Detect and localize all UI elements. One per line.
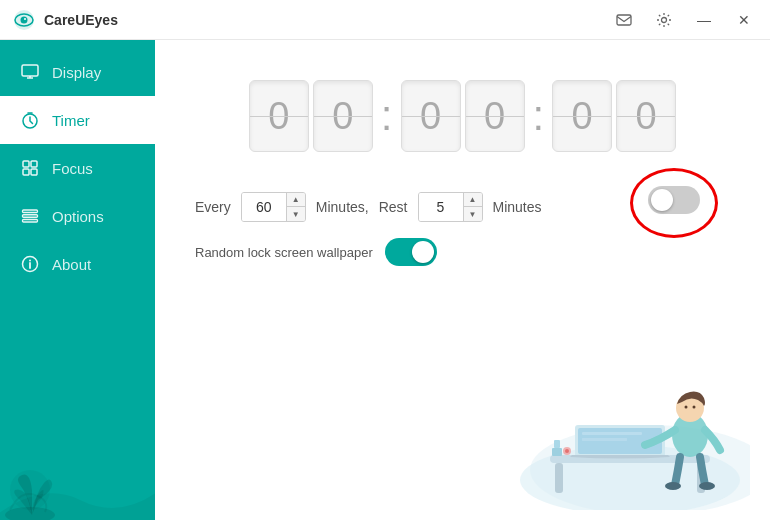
random-lock-knob bbox=[412, 241, 434, 263]
app-logo bbox=[12, 8, 36, 32]
svg-rect-10 bbox=[23, 169, 29, 175]
title-bar-left: CareUEyes bbox=[12, 8, 610, 32]
title-bar: CareUEyes — ✕ bbox=[0, 0, 770, 40]
sidebar-item-options[interactable]: Options bbox=[0, 192, 155, 240]
svg-rect-6 bbox=[22, 65, 38, 76]
sidebar-item-timer[interactable]: Timer bbox=[0, 96, 155, 144]
timer-display: 0 0 : 0 0 : 0 0 bbox=[195, 80, 730, 152]
timer-toggle[interactable] bbox=[648, 186, 700, 214]
digit-h1: 0 bbox=[249, 80, 309, 152]
sidebar-item-display[interactable]: Display bbox=[0, 48, 155, 96]
sidebar-options-label: Options bbox=[52, 208, 104, 225]
random-lock-toggle[interactable] bbox=[385, 238, 437, 266]
every-input[interactable] bbox=[242, 193, 286, 221]
digit-s2: 0 bbox=[616, 80, 676, 152]
svg-rect-13 bbox=[23, 215, 38, 218]
sidebar-about-label: About bbox=[52, 256, 91, 273]
rest-down-button[interactable]: ▼ bbox=[464, 207, 482, 221]
digit-s1: 0 bbox=[552, 80, 612, 152]
rest-up-button[interactable]: ▲ bbox=[464, 193, 482, 207]
email-icon bbox=[616, 12, 632, 28]
svg-rect-25 bbox=[582, 432, 642, 435]
svg-rect-4 bbox=[617, 15, 631, 25]
minutes-label-1: Minutes, bbox=[316, 199, 369, 215]
options-icon bbox=[20, 206, 40, 226]
svg-rect-33 bbox=[552, 448, 562, 456]
sidebar: Display Timer Focus bbox=[0, 40, 155, 520]
every-input-wrapper: ▲ ▼ bbox=[241, 192, 306, 222]
hours-group: 0 0 bbox=[249, 80, 373, 152]
svg-point-5 bbox=[662, 17, 667, 22]
main-layout: Display Timer Focus bbox=[0, 40, 770, 520]
sidebar-display-label: Display bbox=[52, 64, 101, 81]
svg-rect-12 bbox=[23, 210, 38, 213]
svg-point-30 bbox=[693, 406, 696, 409]
rest-label: Rest bbox=[379, 199, 408, 215]
svg-point-3 bbox=[24, 18, 26, 20]
svg-point-2 bbox=[21, 16, 28, 23]
minimize-icon: — bbox=[697, 12, 711, 28]
timer-toggle-wrapper bbox=[648, 186, 700, 214]
gear-icon bbox=[656, 12, 672, 28]
digit-m1: 0 bbox=[401, 80, 461, 152]
sidebar-item-about[interactable]: About bbox=[0, 240, 155, 288]
rest-input-wrapper: ▲ ▼ bbox=[418, 192, 483, 222]
toggle-area bbox=[648, 186, 700, 218]
close-button[interactable]: ✕ bbox=[730, 6, 758, 34]
svg-rect-14 bbox=[23, 220, 38, 223]
minutes-group: 0 0 bbox=[401, 80, 525, 152]
display-icon bbox=[20, 62, 40, 82]
sidebar-item-focus[interactable]: Focus bbox=[0, 144, 155, 192]
svg-rect-21 bbox=[555, 463, 563, 493]
random-lock-row: Random lock screen wallpaper bbox=[195, 238, 730, 266]
svg-rect-8 bbox=[23, 161, 29, 167]
timer-controls-area: Every ▲ ▼ Minutes, Rest ▲ ▼ bbox=[195, 192, 730, 266]
close-icon: ✕ bbox=[738, 12, 750, 28]
every-spinners: ▲ ▼ bbox=[286, 193, 305, 221]
app-title: CareUEyes bbox=[44, 12, 118, 28]
every-label: Every bbox=[195, 199, 231, 215]
random-lock-label: Random lock screen wallpaper bbox=[195, 245, 373, 260]
svg-point-29 bbox=[685, 406, 688, 409]
sidebar-timer-label: Timer bbox=[52, 112, 90, 129]
every-down-button[interactable]: ▼ bbox=[287, 207, 305, 221]
digit-m2: 0 bbox=[465, 80, 525, 152]
separator-1: : bbox=[381, 80, 393, 152]
digit-h2: 0 bbox=[313, 80, 373, 152]
toggle-knob bbox=[651, 189, 673, 211]
email-button[interactable] bbox=[610, 6, 638, 34]
svg-rect-9 bbox=[31, 161, 37, 167]
focus-icon bbox=[20, 158, 40, 178]
sidebar-focus-label: Focus bbox=[52, 160, 93, 177]
seconds-group: 0 0 bbox=[552, 80, 676, 152]
about-icon bbox=[20, 254, 40, 274]
minimize-button[interactable]: — bbox=[690, 6, 718, 34]
every-up-button[interactable]: ▲ bbox=[287, 193, 305, 207]
rest-spinners: ▲ ▼ bbox=[463, 193, 482, 221]
illustration bbox=[470, 350, 750, 510]
svg-rect-26 bbox=[582, 438, 627, 441]
minutes-label-2: Minutes bbox=[493, 199, 542, 215]
separator-2: : bbox=[533, 80, 545, 152]
title-bar-controls: — ✕ bbox=[610, 6, 758, 34]
svg-rect-11 bbox=[31, 169, 37, 175]
settings-button[interactable] bbox=[650, 6, 678, 34]
svg-rect-34 bbox=[554, 440, 560, 448]
svg-point-32 bbox=[699, 482, 715, 490]
svg-point-17 bbox=[5, 507, 55, 520]
svg-point-16 bbox=[29, 260, 31, 262]
timer-icon bbox=[20, 110, 40, 130]
rest-input[interactable] bbox=[419, 193, 463, 221]
content-area: 0 0 : 0 0 : 0 0 Every ▲ ▼ bbox=[155, 40, 770, 520]
svg-point-36 bbox=[565, 449, 569, 453]
svg-point-31 bbox=[665, 482, 681, 490]
plant-decoration bbox=[0, 420, 155, 520]
